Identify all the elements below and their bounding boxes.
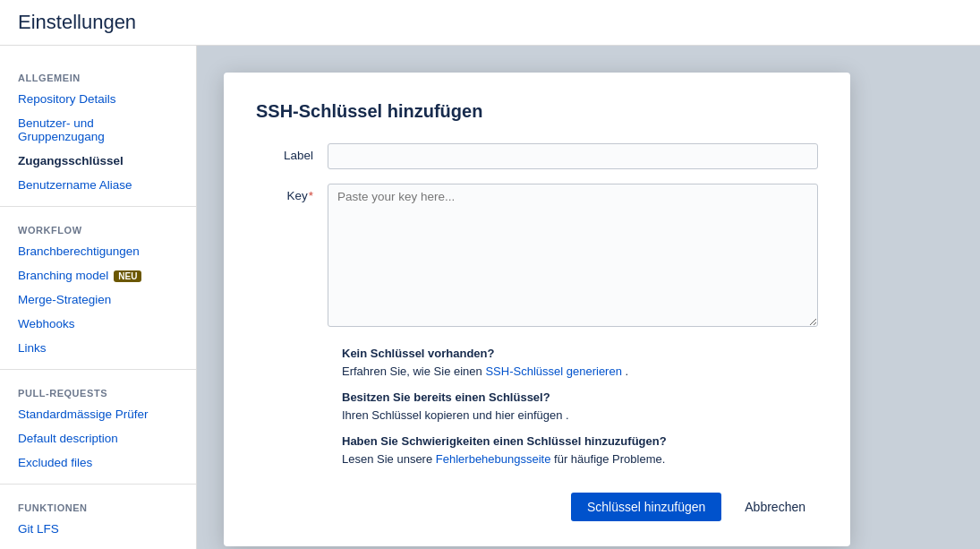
ssh-key-modal: SSH-Schlüssel hinzufügen Label Key* (224, 73, 850, 546)
help-has-key-heading: Besitzen Sie bereits einen Schlüssel? (342, 390, 550, 404)
key-field-row: Key* (256, 184, 818, 330)
help-block-has-key: Besitzen Sie bereits einen Schlüssel? Ih… (342, 389, 818, 424)
ssh-generate-link[interactable]: SSH-Schlüssel generieren (485, 365, 621, 378)
sidebar-item-repository-details[interactable]: Repository Details (0, 87, 196, 111)
sidebar-item-branching-model[interactable]: Branching modelNEU (0, 263, 196, 287)
cancel-button[interactable]: Abbrechen (732, 493, 818, 521)
sidebar-item-merge-strategien[interactable]: Merge-Strategien (0, 287, 196, 312)
sidebar-item-benutzer-gruppen[interactable]: Benutzer- und Gruppenzugang (0, 111, 196, 149)
sidebar-item-benutzername-aliase[interactable]: Benutzername Aliase (0, 173, 196, 197)
help-trouble-heading: Haben Sie Schwierigkeiten einen Schlüsse… (342, 434, 667, 448)
help-no-key-text: Erfahren Sie, wie Sie einen (342, 365, 485, 378)
help-trouble-text: Lesen Sie unsere (342, 452, 436, 466)
required-marker: * (309, 189, 313, 202)
modal-title: SSH-Schlüssel hinzufügen (256, 101, 818, 122)
help-has-key-text: Ihren Schlüssel kopieren und hier einfüg… (342, 408, 569, 422)
submit-button[interactable]: Schlüssel hinzufügen (571, 493, 721, 521)
sidebar-section-label-2: PULL-REQUESTS (0, 379, 196, 402)
new-badge: NEU (114, 270, 141, 282)
sidebar-section-label-0: ALLGEMEIN (0, 64, 196, 87)
sidebar-section-label-3: FUNKTIONEN (0, 493, 196, 517)
sidebar: ALLGEMEINRepository DetailsBenutzer- und… (0, 46, 197, 549)
sidebar-divider (0, 206, 196, 207)
sidebar-item-zugangsschluessel[interactable]: Zugangsschlüssel (0, 149, 196, 173)
page-title: Einstellungen (18, 11, 962, 34)
troubleshoot-link[interactable]: Fehlerbehebungsseite (436, 452, 551, 466)
label-input[interactable] (328, 143, 818, 169)
help-no-key-heading: Kein Schlüssel vorhanden? (342, 347, 495, 360)
page-header: Einstellungen (0, 0, 980, 46)
help-block-trouble: Haben Sie Schwierigkeiten einen Schlüsse… (342, 433, 818, 468)
sidebar-item-default-description[interactable]: Default description (0, 426, 196, 450)
sidebar-divider (0, 369, 196, 370)
sidebar-item-git-lfs[interactable]: Git LFS (0, 517, 196, 541)
label-field-wrap (328, 143, 818, 169)
sidebar-item-standardmaessige-pruefer[interactable]: Standardmässige Prüfer (0, 402, 196, 426)
sidebar-divider (0, 484, 196, 485)
sidebar-section-label-1: WORKFLOW (0, 216, 196, 239)
sidebar-item-branchberechtigungen[interactable]: Branchberechtigungen (0, 239, 196, 263)
sidebar-item-webhooks[interactable]: Webhooks (0, 312, 196, 336)
main-content: SSH-Schlüssel hinzufügen Label Key* (197, 46, 980, 549)
help-block-no-key: Kein Schlüssel vorhanden? Erfahren Sie, … (342, 345, 818, 380)
sidebar-item-links[interactable]: Links (0, 336, 196, 360)
label-field-label: Label (256, 143, 328, 162)
modal-footer: Schlüssel hinzufügen Abbrechen (256, 493, 818, 521)
label-field-row: Label (256, 143, 818, 169)
sidebar-item-excluded-files[interactable]: Excluded files (0, 450, 196, 475)
key-textarea[interactable] (328, 184, 818, 327)
key-field-label: Key* (256, 184, 328, 202)
key-field-wrap (328, 184, 818, 330)
layout: ALLGEMEINRepository DetailsBenutzer- und… (0, 46, 980, 549)
help-section: Kein Schlüssel vorhanden? Erfahren Sie, … (256, 345, 818, 468)
